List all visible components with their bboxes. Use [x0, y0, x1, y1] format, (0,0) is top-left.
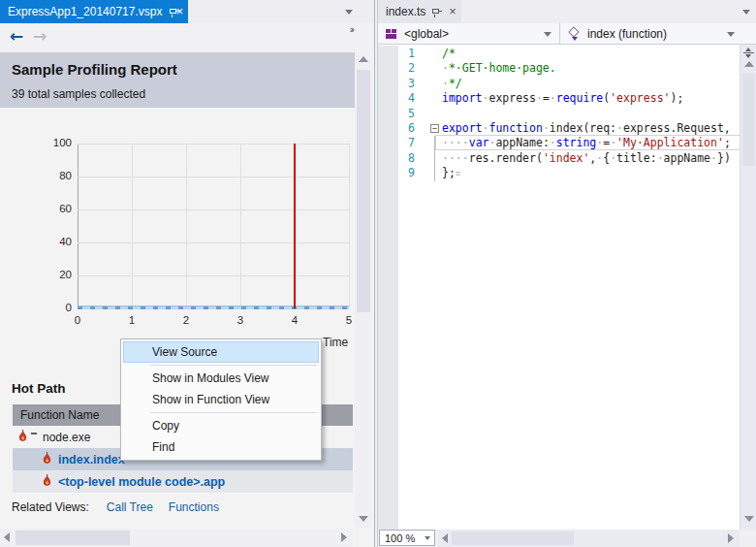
left-vertical-scrollbar[interactable]	[355, 52, 372, 528]
x-axis-label: Time	[323, 336, 348, 349]
menu-item-show-in-function-view[interactable]: Show in Function View	[123, 389, 319, 410]
left-horizontal-scrollbar[interactable]	[0, 529, 353, 547]
outlining-margin	[425, 151, 442, 166]
code-line-8: 8····res.render('index',·{·title:·appNam…	[378, 151, 740, 166]
visual-studio-window: ExpressApp1_20140717.vspx × ← → ›› Sampl…	[0, 0, 756, 547]
scroll-down-icon[interactable]	[359, 516, 368, 522]
link-call-tree[interactable]: Call Tree	[107, 500, 153, 514]
scroll-down-icon[interactable]	[744, 516, 754, 522]
tab-list-dropdown-icon[interactable]	[742, 10, 750, 15]
function-name: <top-level module code>.app	[58, 475, 225, 489]
caller-dash-icon	[31, 433, 37, 434]
baseline-series	[78, 306, 349, 309]
split-window-grip-icon[interactable]	[742, 47, 755, 59]
related-views: Related Views: Call TreeFunctions	[12, 500, 219, 514]
x-tick-label: 1	[117, 314, 146, 326]
outlining-margin	[425, 136, 442, 150]
menu-item-view-source[interactable]: View Source	[123, 341, 319, 363]
gridline	[186, 144, 187, 308]
eof-mark-icon: ▫	[456, 168, 460, 177]
back-button[interactable]: ←	[10, 26, 23, 46]
gridline	[349, 144, 350, 308]
editor-horizontal-scrollbar[interactable]	[438, 530, 740, 547]
gridline	[78, 144, 79, 308]
zoom-control[interactable]: 100 %	[379, 530, 435, 546]
scroll-right-icon[interactable]	[341, 532, 347, 542]
code-text: ····var·appName:·string·=·'My·Applicatio…	[442, 136, 731, 150]
x-tick-label: 0	[63, 314, 92, 326]
left-tab-strip: ExpressApp1_20140717.vspx ×	[0, 0, 374, 23]
code-text: import·express·=·require('express');	[442, 91, 683, 106]
hot-path-row-top-level-module-code-app[interactable]: <top-level module code>.app	[13, 470, 353, 493]
menu-item-find[interactable]: Find	[123, 436, 319, 458]
close-icon[interactable]: ×	[449, 6, 457, 17]
tab-index-ts[interactable]: index.ts ×	[378, 0, 461, 23]
member-dropdown[interactable]: index (function)	[560, 23, 742, 44]
outlining-margin: −	[425, 121, 442, 136]
hot-path-title: Hot Path	[12, 381, 66, 396]
chevron-down-icon[interactable]	[727, 32, 735, 37]
scroll-up-icon[interactable]	[359, 56, 368, 62]
y-tick-label: 100	[4, 137, 72, 148]
close-icon[interactable]: ×	[175, 6, 183, 17]
code-line-6: 6−export·function·index(req:·express.Req…	[378, 121, 740, 136]
scroll-up-icon[interactable]	[744, 61, 754, 67]
report-title: Sample Profiling Report	[12, 61, 177, 78]
chevron-down-icon[interactable]	[544, 32, 551, 37]
pin-icon[interactable]	[431, 6, 443, 17]
menu-item-copy[interactable]: Copy	[123, 415, 319, 436]
scroll-left-icon[interactable]	[442, 533, 448, 543]
y-tick-label: 20	[4, 269, 72, 280]
scope-value: <global>	[404, 27, 449, 41]
flame-icon	[42, 474, 52, 490]
outlining-margin	[425, 47, 442, 61]
line-number: 9	[378, 166, 425, 180]
right-tab-strip: index.ts ×	[378, 0, 756, 23]
forward-button[interactable]: →	[33, 26, 47, 46]
report-subtitle: 39 total samples collected	[12, 87, 145, 101]
cpu-spike-line	[294, 144, 296, 308]
editor-bottom-bar: 100 %	[378, 530, 756, 547]
cpu-usage-chart[interactable]: 012345020406080100Time	[0, 114, 355, 367]
tab-list-dropdown-icon[interactable]	[345, 10, 353, 15]
code-text: ·*·GET·home·page.	[442, 61, 556, 76]
context-menu: View SourceShow in Modules ViewShow in F…	[120, 338, 322, 461]
code-line-9: 9};▫	[378, 166, 740, 180]
gridline	[78, 209, 349, 210]
x-tick-label: 4	[280, 314, 309, 326]
line-number: 4	[378, 91, 425, 106]
tab-profiling-report[interactable]: ExpressApp1_20140717.vspx ×	[0, 0, 188, 23]
flame-caller-icon	[17, 430, 28, 445]
link-functions[interactable]: Functions	[169, 500, 219, 514]
outlining-margin	[425, 91, 442, 106]
function-icon	[568, 27, 581, 40]
gridline	[78, 177, 349, 177]
y-tick-label: 80	[4, 170, 72, 181]
module-icon	[386, 28, 397, 40]
chevron-down-icon[interactable]	[425, 536, 430, 540]
scroll-right-icon[interactable]	[728, 533, 734, 543]
report-header: Sample Profiling Report 39 total samples…	[0, 52, 355, 108]
scrollbar-thumb[interactable]	[452, 531, 574, 545]
menu-item-show-in-modules-view[interactable]: Show in Modules View	[123, 368, 319, 389]
line-number: 3	[378, 77, 425, 91]
toolbar-overflow-icon[interactable]: ››	[350, 23, 353, 35]
fold-collapse-icon[interactable]: −	[430, 124, 439, 133]
editor-vertical-scrollbar[interactable]	[740, 45, 756, 530]
code-line-7: 7····var·appName:·string·=·'My·Applicati…	[378, 136, 740, 150]
code-text: ····res.render('index',·{·title:·appName…	[442, 151, 731, 166]
scroll-left-icon[interactable]	[4, 532, 10, 542]
scope-dropdown[interactable]: <global>	[378, 23, 560, 44]
line-number: 6	[378, 121, 425, 136]
line-number: 7	[378, 136, 425, 150]
code-line-5: 5	[378, 107, 740, 121]
y-tick-label: 60	[4, 203, 72, 214]
scrollbar-thumb[interactable]	[742, 74, 755, 166]
scrollbar-thumb[interactable]	[357, 70, 370, 312]
x-tick-label: 3	[226, 314, 255, 326]
code-editor[interactable]: 1/*2·*·GET·home·page.3·*/4import·express…	[378, 46, 740, 530]
line-number: 5	[378, 107, 425, 121]
line-number: 1	[378, 47, 425, 61]
y-tick-label: 0	[4, 302, 72, 313]
scrollbar-thumb[interactable]	[16, 531, 130, 545]
